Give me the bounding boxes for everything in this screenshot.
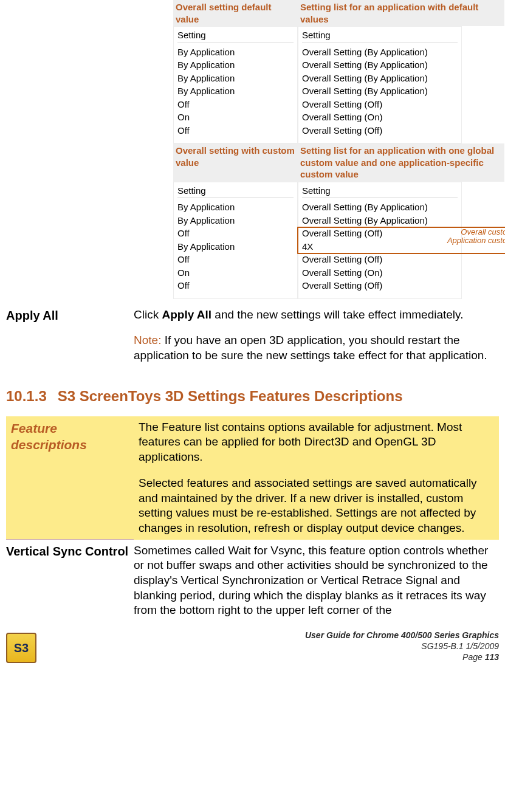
vsync-row: Vertical Sync Control Sometimes called W… (6, 543, 499, 618)
footer-page: Page 113 (305, 652, 499, 662)
setting-item: Overall Setting (By Application) (302, 58, 458, 72)
setting-item: Overall Setting (Off) (302, 98, 458, 111)
annotation-box: Overall custom Application custom (297, 227, 505, 254)
feature-p1: The Feature list contains options availa… (139, 420, 494, 465)
setting-item: Off (177, 279, 294, 292)
setting-item: Overall Setting (By Application) (302, 84, 458, 98)
setting-item: By Application (177, 214, 294, 227)
setting-item: Off (177, 124, 294, 137)
s3-logo: S3 (6, 633, 36, 663)
setting-item: Overall Setting (Off) (302, 253, 458, 266)
feature-descriptions-row: Feature descriptions The Feature list co… (6, 416, 499, 540)
s3-logo-text: S3 (14, 640, 29, 656)
note-word: Note: (134, 334, 161, 346)
compare-header-right-1: Setting list for an application with def… (298, 0, 504, 26)
footer-page-label: Page (462, 652, 485, 662)
compare-header-left-2: Overall setting with custom value (173, 143, 298, 182)
comparison-block-1: Overall setting default value Setting li… (173, 0, 499, 299)
section-title: S3 ScreenToys 3D Settings Features Descr… (58, 387, 403, 405)
vsync-body: Sometimes called Wait for Vsync, this fe… (134, 543, 499, 618)
footer-meta: SG195-B.1 1/5/2009 (305, 641, 499, 652)
panel-title: Setting (302, 185, 458, 199)
apply-body-bold: Apply All (162, 308, 211, 321)
panel2-right: Setting Overall Setting (By Application)… (298, 182, 462, 299)
section-heading: 10.1.3 S3 ScreenToys 3D Settings Feature… (6, 387, 499, 405)
setting-item: Overall Setting (By Application) (302, 72, 458, 85)
footer-title: User Guide for Chrome 400/500 Series Gra… (305, 630, 499, 641)
setting-item: Overall Setting (Off) (302, 279, 458, 292)
annotation-app: Application custom (298, 236, 505, 246)
setting-item: By Application (177, 46, 294, 59)
feature-descriptions-label: Feature descriptions (6, 416, 134, 540)
setting-item: Off (177, 253, 294, 266)
setting-item: Overall Setting (Off) (302, 124, 458, 137)
setting-item: By Application (177, 240, 294, 253)
panel-title: Setting (302, 29, 458, 43)
panel-title: Setting (177, 29, 294, 43)
apply-all-label: Apply All (6, 309, 58, 322)
apply-all-row: Apply All Click Apply All and the new se… (6, 308, 499, 363)
setting-item: By Application (177, 58, 294, 72)
compare-header-left-1: Overall setting default value (173, 0, 298, 26)
setting-item: Overall Setting (On) (302, 111, 458, 124)
setting-item: Overall Setting (On) (302, 266, 458, 280)
section-number: 10.1.3 (6, 387, 47, 405)
note-rest: If you have an open 3D application, you … (134, 334, 487, 362)
apply-all-body: Click Apply All and the new settings wil… (134, 308, 499, 363)
setting-item: On (177, 266, 294, 280)
setting-item: Overall Setting (By Application) (302, 214, 458, 227)
annotation-overall: Overall custom (298, 228, 505, 237)
apply-body-post: and the new settings will take effect im… (211, 308, 463, 321)
panel2-left: Setting By ApplicationBy ApplicationOffB… (173, 182, 298, 299)
panel1-right: Setting Overall Setting (By Application)… (298, 26, 462, 143)
vsync-label: Vertical Sync Control (6, 543, 134, 618)
setting-item: On (177, 111, 294, 124)
setting-item: Off (177, 227, 294, 240)
setting-item: By Application (177, 72, 294, 85)
feature-descriptions-body: The Feature list contains options availa… (134, 416, 499, 540)
panel-title: Setting (177, 185, 294, 199)
compare-header-right-2: Setting list for an application with one… (298, 143, 504, 182)
panel1-left: Setting By ApplicationBy ApplicationBy A… (173, 26, 298, 143)
feature-p2: Selected features and associated setting… (139, 476, 494, 536)
setting-item: By Application (177, 84, 294, 98)
setting-item: Overall Setting (By Application) (302, 201, 458, 214)
footer-page-num: 113 (485, 652, 499, 662)
setting-item: Off (177, 98, 294, 111)
setting-item: By Application (177, 201, 294, 214)
page-footer: S3 GRAPHICS User Guide for Chrome 400/50… (6, 629, 499, 663)
setting-item: Overall Setting (By Application) (302, 46, 458, 59)
apply-body-pre: Click (134, 308, 162, 321)
